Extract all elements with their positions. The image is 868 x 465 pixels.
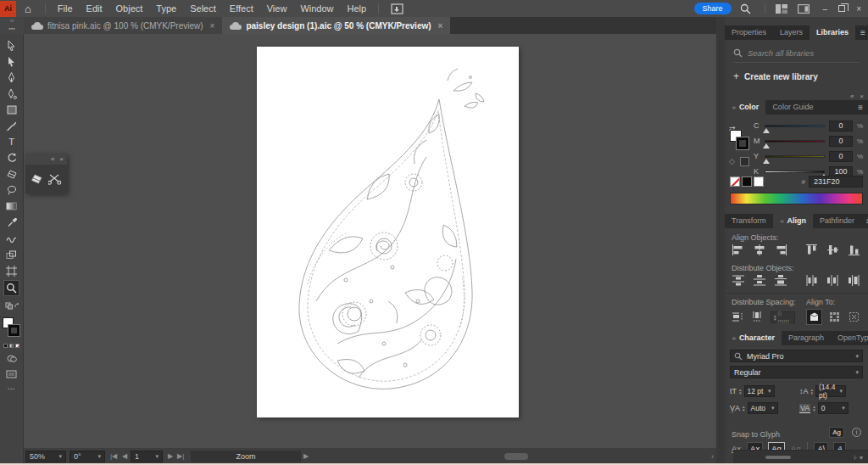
more-tools-button[interactable]: ⋯ (8, 384, 16, 393)
info-icon[interactable]: i (852, 428, 861, 437)
horizontal-spacing-button[interactable] (751, 311, 765, 323)
black-swatch[interactable] (742, 176, 752, 187)
magenta-value-field[interactable]: 0 (829, 136, 853, 147)
panel-menu-icon[interactable]: ≡ (861, 216, 868, 226)
tab-color[interactable]: ≑Color (725, 100, 765, 115)
color-button[interactable] (3, 344, 8, 348)
stepper-icon[interactable]: ▴▾ (739, 388, 742, 395)
pencil-tool[interactable] (4, 232, 19, 244)
stepper-icon[interactable]: ▴▾ (743, 405, 745, 412)
menu-window[interactable]: Window (293, 0, 340, 17)
swap-fill-stroke-icon[interactable] (4, 300, 19, 311)
menu-object[interactable]: Object (109, 0, 150, 17)
last-color-swatch[interactable] (740, 157, 749, 166)
hex-value-field[interactable]: 231F20 (809, 176, 863, 188)
menu-edit[interactable]: Edit (80, 0, 109, 17)
black-slider[interactable] (765, 171, 825, 173)
libraries-search[interactable] (733, 48, 860, 63)
first-artboard-button[interactable]: |◀ (110, 452, 117, 460)
document-tab-1[interactable]: fitnisa pink.aic @ 100 % (CMYK/Preview) … (24, 17, 222, 34)
scroll-right-arrow[interactable]: › (711, 452, 714, 461)
tab-properties[interactable]: Properties (725, 25, 773, 40)
status-expand-icon[interactable]: ▶ (303, 452, 309, 460)
home-icon[interactable]: ⌂ (25, 3, 31, 15)
close-button[interactable]: × (856, 4, 861, 14)
tab-layers[interactable]: Layers (773, 25, 810, 40)
panel-menu-icon[interactable]: ≡ (853, 103, 868, 112)
libraries-search-input[interactable] (748, 48, 849, 58)
workspace-switcher-icon[interactable] (776, 4, 787, 14)
shaper-tool[interactable] (4, 184, 19, 196)
none-swatch[interactable] (730, 176, 740, 187)
tear-off-panel-header[interactable]: « × (25, 154, 67, 165)
panel-close-icon[interactable]: × (860, 92, 864, 100)
rectangle-tool[interactable] (4, 104, 19, 115)
spacing-value-field[interactable]: ▴▾ 0 mm (771, 311, 795, 323)
cyan-value-field[interactable]: 0 (829, 120, 853, 132)
zoom-tool[interactable] (4, 281, 19, 295)
document-tab-2[interactable]: paisley design (1).aic @ 50 % (CMYK/Prev… (222, 17, 450, 34)
yellow-value-field[interactable]: 0 (829, 151, 853, 162)
yellow-slider[interactable] (765, 155, 825, 158)
tab-paragraph[interactable]: Paragraph (782, 331, 831, 345)
magenta-slider[interactable] (765, 140, 825, 143)
search-icon[interactable] (740, 3, 751, 14)
cyan-slider[interactable] (765, 125, 825, 127)
align-left-button[interactable] (732, 244, 745, 256)
rotate-tool[interactable] (4, 152, 19, 164)
align-to-selection-button[interactable] (848, 310, 862, 324)
paintbrush-tool[interactable] (4, 120, 19, 132)
align-vcenter-button[interactable] (826, 244, 840, 256)
artboard-number-select[interactable]: 1 ▾ (131, 451, 163, 462)
gradient-button[interactable] (9, 344, 14, 348)
panel-layout-icon[interactable] (798, 4, 810, 14)
font-size-field[interactable]: tT ▴▾ 12 pt▾ (730, 384, 775, 398)
create-new-library-button[interactable]: + Create new library (733, 70, 860, 82)
mirror-repeat-tool[interactable] (4, 249, 19, 261)
kerning-field[interactable]: V̬A ▴▾ Auto▾ (730, 401, 778, 415)
dock-scroll-arrows[interactable]: ⊦ ▾ (854, 454, 863, 462)
font-family-select[interactable]: Myriad Pro ▾ (730, 350, 863, 362)
fill-stroke-indicator[interactable] (3, 317, 21, 339)
artboard[interactable] (257, 47, 519, 417)
selection-tool[interactable] (4, 55, 19, 67)
tracking-field[interactable]: VA ▴▾ 0▾ (799, 401, 849, 415)
panel-collapse-icon[interactable]: « (51, 155, 54, 163)
dock-scrollbar-thumb[interactable] (765, 456, 791, 459)
menu-view[interactable]: View (260, 0, 294, 17)
horizontal-scrollbar-thumb[interactable] (504, 453, 528, 460)
distribute-left-button[interactable] (805, 274, 819, 287)
tab-pathfinder[interactable]: Pathfinder (813, 214, 861, 228)
eraser-tool[interactable] (4, 168, 19, 180)
rotation-select[interactable]: 0° ▾ (70, 451, 105, 462)
app-logo-icon[interactable]: Ai (0, 1, 16, 17)
zoom-level-select[interactable]: 50% ▾ (25, 451, 66, 462)
menu-help[interactable]: Help (341, 0, 374, 17)
next-artboard-button[interactable]: ▶ (168, 452, 173, 460)
scissors-tool-icon[interactable] (48, 174, 62, 185)
align-right-button[interactable] (774, 244, 787, 256)
minimize-button[interactable]: – (823, 4, 828, 14)
eraser-tool-icon[interactable] (31, 174, 42, 184)
menu-file[interactable]: File (51, 0, 80, 17)
none-button[interactable] (15, 344, 19, 348)
drawing-modes-button[interactable] (4, 352, 19, 364)
curvature-tool[interactable] (4, 87, 19, 99)
align-hcenter-button[interactable] (753, 244, 766, 256)
eyedropper-tool[interactable] (4, 216, 19, 228)
distribute-vcenter-button[interactable] (753, 274, 766, 287)
panel-collapse-icon[interactable]: « (850, 92, 854, 100)
panel-close-icon[interactable]: × (59, 155, 64, 163)
gradient-tool[interactable] (4, 200, 19, 212)
tab-close-icon[interactable]: × (210, 21, 215, 31)
align-to-artboard-button[interactable] (807, 310, 821, 324)
align-bottom-button[interactable] (848, 244, 861, 256)
stepper-icon[interactable]: ▴▾ (811, 388, 814, 395)
panel-menu-icon[interactable]: ≡ (855, 28, 868, 37)
stepper-icon[interactable]: ▴▾ (813, 405, 815, 412)
toolbar-dock-header[interactable]: ‹‹▪▪▪ (0, 17, 24, 34)
align-top-button[interactable] (805, 244, 819, 256)
menu-effect[interactable]: Effect (223, 0, 260, 17)
tab-transform[interactable]: Transform (725, 214, 773, 228)
distribute-right-button[interactable] (848, 274, 861, 287)
